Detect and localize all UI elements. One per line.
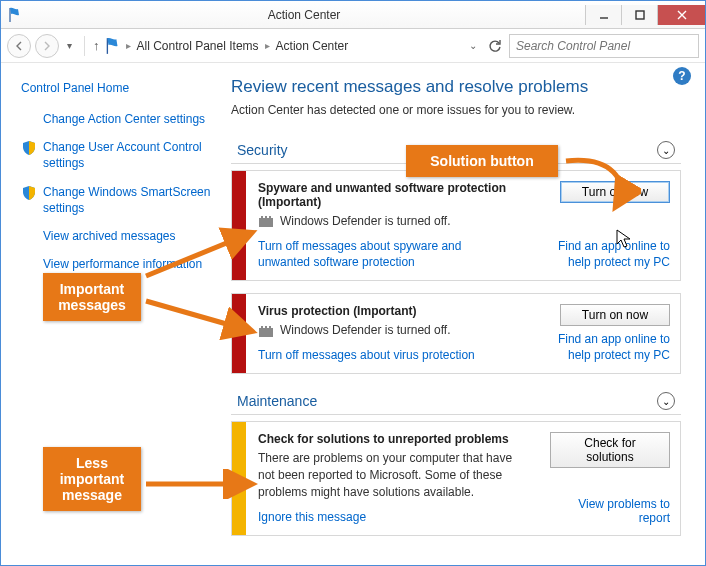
message-unreported: Check for solutions to unreported proble… [231,421,681,536]
sidebar-item-label[interactable]: View performance information [43,256,202,272]
message-desc: There are problems on your computer that… [258,450,518,500]
message-title: Virus protection (Important) [258,304,538,318]
sidebar-item-smartscreen: Change Windows SmartScreen settings [21,184,217,216]
callout-important-messages: Important messages [43,273,141,321]
severity-bar-red [232,294,246,373]
find-app-link[interactable]: Find an app online to help protect my PC [550,331,670,363]
chevron-down-icon[interactable]: ⌄ [657,392,675,410]
minimize-button[interactable] [585,5,621,25]
chevron-down-icon[interactable]: ⌄ [657,141,675,159]
search-input[interactable] [509,34,699,58]
section-maintenance-header[interactable]: Maintenance ⌄ [231,386,681,415]
history-dropdown-icon[interactable]: ▾ [63,40,76,51]
close-button[interactable] [657,5,705,25]
severity-bar-red [232,171,246,280]
ignore-message-link[interactable]: Ignore this message [258,509,488,525]
message-desc: Windows Defender is turned off. [280,322,451,339]
turn-off-messages-link[interactable]: Turn off messages about spyware and unwa… [258,238,488,270]
sidebar-item-label[interactable]: Change Action Center settings [43,111,205,127]
callout-solution-button: Solution button [406,145,558,177]
navbar: ▾ ↑ ▸ All Control Panel Items ▸ Action C… [1,29,705,63]
help-icon[interactable]: ? [673,67,691,85]
sidebar-item-change-action-center: Change Action Center settings [21,111,217,127]
chevron-right-icon: ▸ [265,40,270,51]
flag-icon [104,37,122,55]
turn-on-now-button[interactable]: Turn on now [560,304,670,326]
control-panel-home[interactable]: Control Panel Home [21,81,217,95]
sidebar-item-uac: Change User Account Control settings [21,139,217,171]
forward-button[interactable] [35,34,59,58]
breadcrumb: ▸ All Control Panel Items ▸ Action Cente… [126,37,482,55]
breadcrumb-item[interactable]: Action Center [272,37,353,55]
cursor-icon [616,229,632,249]
breadcrumb-dropdown-icon[interactable]: ⌄ [465,40,481,51]
refresh-button[interactable] [485,36,505,56]
shield-icon [21,140,37,156]
breadcrumb-item[interactable]: All Control Panel Items [133,37,263,55]
find-app-link[interactable]: Find an app online to help protect my PC [550,238,670,270]
page-subtitle: Action Center has detected one or more i… [231,103,681,117]
page-title: Review recent messages and resolve probl… [231,77,681,97]
separator [84,36,85,56]
sidebar-item-label[interactable]: Change Windows SmartScreen settings [43,184,217,216]
sidebar-item-label[interactable]: View archived messages [43,228,176,244]
sidebar-item-performance: View performance information [21,256,217,272]
svg-rect-1 [636,11,644,19]
turn-off-messages-link[interactable]: Turn off messages about virus protection [258,347,488,363]
flag-icon [7,7,23,23]
section-label: Maintenance [237,393,657,409]
content: Review recent messages and resolve probl… [231,63,705,565]
turn-on-now-button[interactable]: Turn on now [560,181,670,203]
message-virus: Virus protection (Important) Windows Def… [231,293,681,374]
chevron-right-icon: ▸ [126,40,131,51]
titlebar: Action Center [1,1,705,29]
view-problems-link[interactable]: View problems to report [550,497,670,525]
check-solutions-button[interactable]: Check for solutions [550,432,670,468]
back-button[interactable] [7,34,31,58]
sidebar-item-archived: View archived messages [21,228,217,244]
window-title: Action Center [23,8,585,22]
message-title: Spyware and unwanted software protection… [258,181,538,209]
up-button[interactable]: ↑ [93,38,100,53]
sidebar-item-label[interactable]: Change User Account Control settings [43,139,217,171]
message-spyware: Spyware and unwanted software protection… [231,170,681,281]
message-desc: Windows Defender is turned off. [280,213,451,230]
castle-icon [258,325,274,337]
maximize-button[interactable] [621,5,657,25]
callout-less-important: Less important message [43,447,141,511]
severity-bar-yellow [232,422,246,535]
message-title: Check for solutions to unreported proble… [258,432,538,446]
shield-icon [21,185,37,201]
castle-icon [258,215,274,227]
